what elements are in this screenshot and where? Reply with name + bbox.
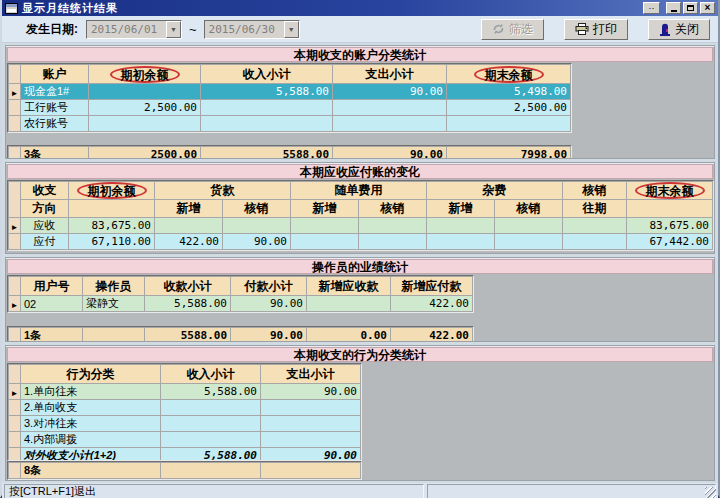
filter-button-label: 筛选	[509, 21, 533, 38]
row-count: 1条	[21, 328, 83, 343]
table-row[interactable]: 4.内部调拨	[9, 432, 361, 448]
window-more-button[interactable]: ··	[643, 2, 660, 14]
behavior-header-row: 行为分类 收入小计 支出小计	[9, 365, 361, 384]
table-row[interactable]: 应付 67,110.00 422.00 90.00 67,442.00	[9, 234, 713, 250]
chevron-down-icon[interactable]: ▼	[284, 21, 299, 38]
minimize-icon	[671, 10, 677, 12]
table-row[interactable]: ► 02 梁静文 5,588.00 90.00 422.00	[9, 296, 473, 312]
col-header: 支出小计	[333, 65, 447, 84]
ar-ap-grid: 收支 期初余额 货款 随单费用 杂费 核销 期末余额 方向 新增 核销 新增	[7, 180, 714, 251]
account-stats-panel: 本期收支的账户分类统计 账户 期初余额 收入小计 支出小计 期末余额 ► 现金盒…	[5, 45, 715, 159]
behavior-stats-panel: 本期收支的行为分类统计 行为分类 收入小计 支出小计 ► 1.单向往来 5,58…	[5, 345, 715, 481]
operator-grid: 用户号 操作员 收款小计 付款小计 新增应收款 新增应付款 ► 02 梁静文 5…	[7, 275, 474, 313]
date-range-label: 发生日期:	[26, 21, 78, 38]
close-button[interactable]: 关闭	[648, 19, 710, 40]
current-row-marker: ►	[11, 89, 19, 98]
account-stats-title: 本期收支的账户分类统计	[7, 47, 713, 62]
status-bar: 按[CTRL+F1]退出	[2, 483, 718, 498]
ar-ap-title: 本期应收应付账的变化	[7, 164, 713, 179]
circled-header-opening-balance: 期初余额	[77, 182, 147, 199]
status-extra	[427, 484, 716, 498]
cell-account: 农行账号	[21, 116, 89, 132]
printer-icon	[575, 23, 589, 35]
behavior-stats-title: 本期收支的行为分类统计	[7, 347, 713, 362]
exit-icon	[659, 23, 671, 36]
table-row[interactable]: ► 1.单向往来 5,588.00 90.00	[9, 384, 361, 400]
minimize-button[interactable]	[666, 2, 681, 14]
date-to-value: 2015/06/30	[205, 21, 284, 38]
operator-stats-panel: 操作员的业绩统计 用户号 操作员 收款小计 付款小计 新增应收款 新增应付款 ►	[5, 257, 715, 342]
restore-button[interactable]	[683, 2, 698, 14]
print-button-label: 打印	[593, 21, 617, 38]
current-row-marker: ►	[11, 389, 19, 398]
operator-header-row: 用户号 操作员 收款小计 付款小计 新增应收款 新增应付款	[9, 277, 473, 296]
titlebar[interactable]: 显示月结统计结果 ·· ×	[2, 0, 718, 16]
close-icon: ×	[705, 3, 711, 13]
ar-ap-header-row1: 收支 期初余额 货款 随单费用 杂费 核销 期末余额	[9, 182, 713, 200]
table-row[interactable]: ► 现金盒1# 5,588.00 90.00 5,498.00	[9, 84, 571, 100]
date-from-value: 2015/06/01	[87, 21, 166, 38]
table-row[interactable]: 2.单向收支	[9, 400, 361, 416]
col-header: 收入小计	[201, 65, 333, 84]
resize-grip[interactable]	[705, 487, 716, 498]
table-row[interactable]: ► 应收 83,675.00 83,675.00	[9, 218, 713, 234]
date-range-separator: ~	[189, 22, 197, 37]
account-summary-row: 3条 2500.00 5588.00 90.00 7998.00	[7, 145, 572, 159]
operator-stats-title: 操作员的业绩统计	[7, 259, 713, 274]
app-window: 显示月结统计结果 ·· × 发生日期: 2015/06/01 ▼ ~ 2015/…	[0, 0, 720, 498]
col-header: 账户	[21, 65, 89, 84]
current-row-marker: ►	[11, 301, 19, 310]
ar-ap-header-row2: 方向 新增 核销 新增 核销 新增 核销 往期	[9, 200, 713, 218]
date-from-select[interactable]: 2015/06/01 ▼	[86, 20, 182, 39]
table-row[interactable]: 农行账号	[9, 116, 571, 132]
table-row[interactable]: 3.对冲往来	[9, 416, 361, 432]
chevron-down-icon[interactable]: ▼	[166, 21, 181, 38]
circled-header-closing-balance: 期末余额	[635, 182, 705, 199]
behavior-grid: 行为分类 收入小计 支出小计 ► 1.单向往来 5,588.00 90.00 2…	[7, 363, 362, 461]
filter-button[interactable]: 筛选	[481, 19, 544, 40]
row-count: 8条	[21, 463, 161, 479]
table-row[interactable]: 对外收支小计(1+2) 5,588.00 90.00	[9, 448, 361, 462]
account-stats-grid: 账户 期初余额 收入小计 支出小计 期末余额 ► 现金盒1# 5,588.00 …	[7, 63, 572, 133]
print-button[interactable]: 打印	[564, 19, 628, 40]
operator-summary-row: 1条 5588.00 90.00 0.00 422.00	[7, 326, 474, 342]
ar-ap-panel: 本期应收应付账的变化 收支 期初余额 货款 随单费用 杂费 核销 期末余额	[5, 162, 715, 254]
refresh-filter-icon	[492, 23, 505, 35]
date-to-select[interactable]: 2015/06/30 ▼	[204, 20, 300, 39]
window-icon	[5, 3, 18, 14]
cell-account: 工行账号	[21, 100, 89, 116]
circled-header-opening-balance: 期初余额	[110, 66, 180, 83]
status-hint: 按[CTRL+F1]退出	[4, 484, 424, 498]
cell-account: 现金盒1#	[21, 84, 89, 100]
behavior-summary-row: 8条	[7, 461, 362, 480]
close-button-label: 关闭	[675, 21, 699, 38]
circled-header-closing-balance: 期末余额	[474, 66, 544, 83]
current-row-marker: ►	[11, 223, 19, 232]
restore-icon	[687, 5, 694, 11]
window-title: 显示月结统计结果	[22, 1, 118, 16]
main-content: 本期收支的账户分类统计 账户 期初余额 收入小计 支出小计 期末余额 ► 现金盒…	[2, 43, 718, 483]
toolbar: 发生日期: 2015/06/01 ▼ ~ 2015/06/30 ▼ 筛选	[2, 16, 718, 43]
close-window-button[interactable]: ×	[700, 2, 715, 14]
row-count: 3条	[21, 147, 89, 160]
table-row[interactable]: 工行账号 2,500.00 2,500.00	[9, 100, 571, 116]
account-header-row: 账户 期初余额 收入小计 支出小计 期末余额	[9, 65, 571, 84]
